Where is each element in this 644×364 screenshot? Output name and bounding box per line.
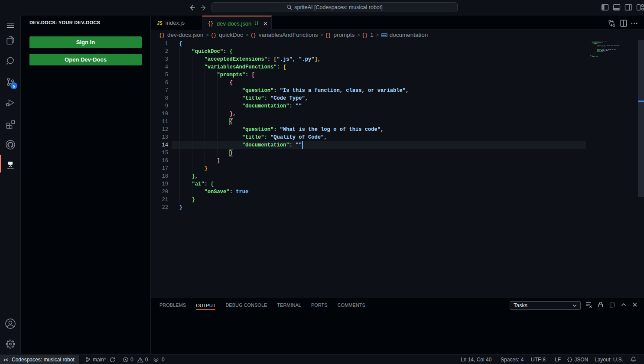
- svg-text:abc: abc: [382, 34, 387, 36]
- svg-text:Dev-Docs: Dev-Docs: [7, 168, 14, 169]
